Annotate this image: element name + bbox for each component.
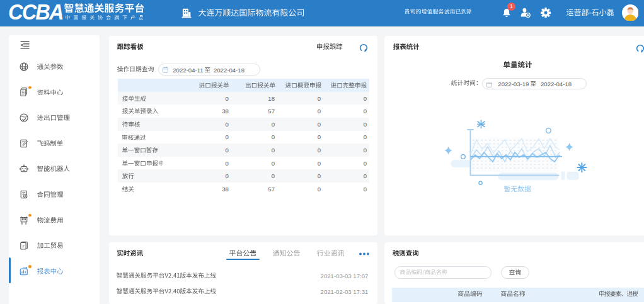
svg-text:2: 2	[22, 244, 25, 248]
